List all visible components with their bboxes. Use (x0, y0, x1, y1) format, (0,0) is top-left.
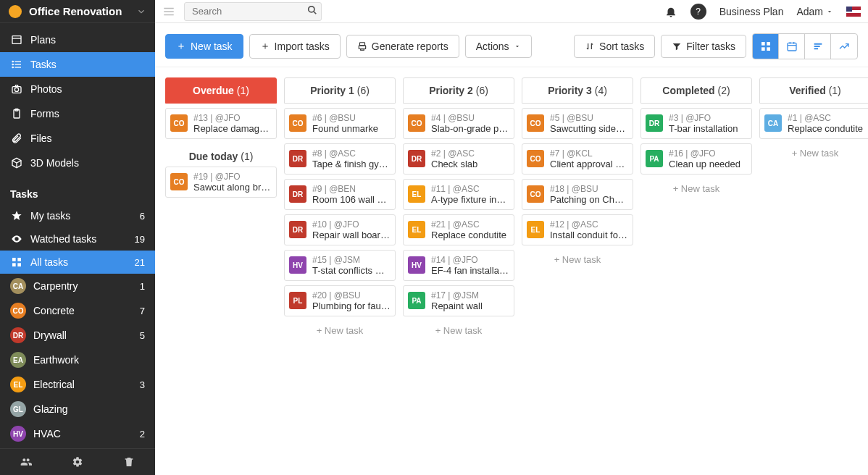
task-card[interactable]: DR#3 | @JFOT-bar installation (640, 108, 752, 139)
nav-files[interactable]: Files (0, 126, 155, 151)
task-card[interactable]: CA#1 | @ASCReplace condutite (759, 108, 868, 139)
svg-rect-25 (767, 42, 770, 46)
card-title: Replace condutite (788, 123, 866, 134)
card-title: Clean up needed (669, 159, 747, 169)
category-badge: CA (10, 278, 26, 294)
task-card[interactable]: CO#5 | @BSUSawcutting side… (522, 108, 633, 139)
category-earthwork[interactable]: EAEarthwork (0, 348, 155, 372)
nav-label: Photos (30, 83, 62, 95)
chart-view-icon[interactable] (831, 34, 857, 59)
category-glazing[interactable]: GLGlazing (0, 397, 155, 421)
task-card[interactable]: PA#17 | @JSMRepaint wall (403, 285, 514, 316)
task-card[interactable]: DR#9 | @BENRoom 106 wall c… (284, 179, 396, 210)
category-concrete[interactable]: COConcrete7 (0, 298, 155, 323)
category-drywall[interactable]: DRDrywall5 (0, 323, 155, 348)
card-badge: EL (408, 185, 425, 203)
menu-icon[interactable] (162, 5, 175, 18)
task-card[interactable]: PL#20 | @BSUPlumbing for fau… (284, 285, 396, 316)
category-count: 5 (140, 330, 145, 341)
settings-icon[interactable] (72, 456, 83, 468)
task-card[interactable]: HV#15 | @JSMT-stat conflicts w… (284, 250, 396, 281)
board-view-icon[interactable] (753, 34, 779, 59)
category-badge: HV (10, 426, 26, 442)
nav-tasks[interactable]: Tasks (0, 52, 155, 77)
card-title: T-bar installation (669, 123, 747, 134)
nav-plans[interactable]: Plans (0, 28, 155, 52)
nav-label: 3D Models (30, 157, 79, 169)
task-card[interactable]: CO#18 | @BSUPatching on Ches… (522, 179, 633, 210)
nav-label: Forms (30, 108, 59, 119)
task-card[interactable]: DR#8 | @ASCTape & finish gyp … (284, 143, 396, 175)
svg-line-20 (314, 11, 317, 14)
card-meta: #7 | @KCL (550, 148, 628, 159)
chevron-down-icon[interactable] (136, 7, 146, 17)
task-card[interactable]: CO#19 | @JFOSawcut along bre… (165, 167, 277, 198)
nav-forms[interactable]: Forms (0, 101, 155, 126)
filter-tasks-button[interactable]: Filter tasks (661, 35, 746, 58)
generate-reports-button[interactable]: Generate reports (346, 35, 459, 58)
sidebar-header[interactable]: Office Renovation (0, 0, 155, 23)
task-card[interactable]: PA#16 | @JFOClean up needed (640, 143, 752, 175)
members-icon[interactable] (20, 456, 32, 468)
nav-photos[interactable]: Photos (0, 77, 155, 101)
user-name: Adam (796, 6, 823, 17)
card-meta: #6 | @BSU (312, 113, 391, 123)
view-switcher (752, 33, 858, 59)
user-menu[interactable]: Adam (796, 6, 833, 17)
add-task-button[interactable]: + New task (759, 143, 868, 163)
sort-tasks-button[interactable]: Sort tasks (574, 35, 655, 58)
svg-rect-22 (359, 46, 365, 49)
list-view-icon[interactable] (805, 34, 831, 59)
nav-3d-models[interactable]: 3D Models (0, 151, 155, 175)
task-view-all-tasks[interactable]: All tasks21 (0, 251, 155, 274)
category-carpentry[interactable]: CACarpentry1 (0, 274, 155, 298)
task-card[interactable]: CO#7 | @KCLClient approval o… (522, 143, 633, 175)
card-title: Slab-on-grade po… (431, 123, 509, 134)
clipboard-icon (10, 107, 23, 120)
card-badge: CA (764, 114, 782, 132)
column-completed: Completed (2)DR#3 | @JFOT-bar installati… (640, 77, 752, 465)
plan-link[interactable]: Business Plan (719, 6, 784, 17)
card-title: Tape & finish gyp … (312, 159, 391, 169)
new-task-button[interactable]: ＋New task (165, 34, 243, 59)
task-card[interactable]: EL#12 | @ASCInstall conduit fo… (522, 214, 633, 245)
add-task-button[interactable]: + New task (403, 321, 514, 340)
flag-icon[interactable] (846, 7, 861, 17)
category-label: Carpentry (33, 280, 78, 292)
bell-icon[interactable] (664, 5, 677, 18)
trash-icon[interactable] (123, 456, 135, 468)
calendar-view-icon[interactable] (779, 34, 805, 59)
card-title: Client approval o… (550, 159, 628, 169)
search-input[interactable] (184, 2, 322, 21)
add-task-button[interactable]: + New task (284, 321, 396, 340)
task-card[interactable]: EL#21 | @ASCReplace condutite (403, 214, 514, 245)
help-icon[interactable]: ? (690, 4, 706, 20)
card-title: Patching on Ches… (550, 194, 628, 205)
category-count: 1 (140, 281, 145, 292)
task-card[interactable]: CO#4 | @BSUSlab-on-grade po… (403, 108, 514, 139)
card-badge: CO (527, 114, 544, 132)
task-card[interactable]: DR#10 | @JFORepair wall boar… (284, 214, 396, 245)
task-card[interactable]: DR#2 | @ASCCheck slab (403, 143, 514, 175)
card-title: Install conduit fo… (550, 230, 628, 240)
category-electrical[interactable]: ELElectrical3 (0, 372, 155, 397)
import-tasks-button[interactable]: ＋Import tasks (249, 34, 341, 59)
card-title: Found unmarke (312, 123, 391, 134)
task-card[interactable]: EL#11 | @ASCA-type fixture ins… (403, 179, 514, 210)
topbar: ? Business Plan Adam (155, 0, 868, 23)
task-card[interactable]: CO#6 | @BSUFound unmarke (284, 108, 396, 139)
task-card[interactable]: CO#13 | @JFOReplace damage… (165, 108, 277, 139)
actions-dropdown[interactable]: Actions (465, 35, 532, 58)
task-view-watched-tasks[interactable]: Watched tasks19 (0, 227, 155, 251)
task-card[interactable]: HV#14 | @JFOEF-4 fan installat… (403, 250, 514, 281)
task-view-label: My tasks (30, 210, 70, 222)
search-icon[interactable] (307, 5, 317, 15)
card-badge: CO (527, 185, 544, 203)
add-task-button[interactable]: + New task (640, 179, 752, 198)
task-view-my-tasks[interactable]: My tasks6 (0, 204, 155, 227)
add-task-button[interactable]: + New task (522, 250, 633, 269)
board: Overdue (1)CO#13 | @JFOReplace damage…Du… (155, 67, 868, 475)
logo-icon (9, 5, 22, 18)
nav-label: Files (30, 133, 52, 144)
category-hvac[interactable]: HVHVAC2 (0, 421, 155, 446)
